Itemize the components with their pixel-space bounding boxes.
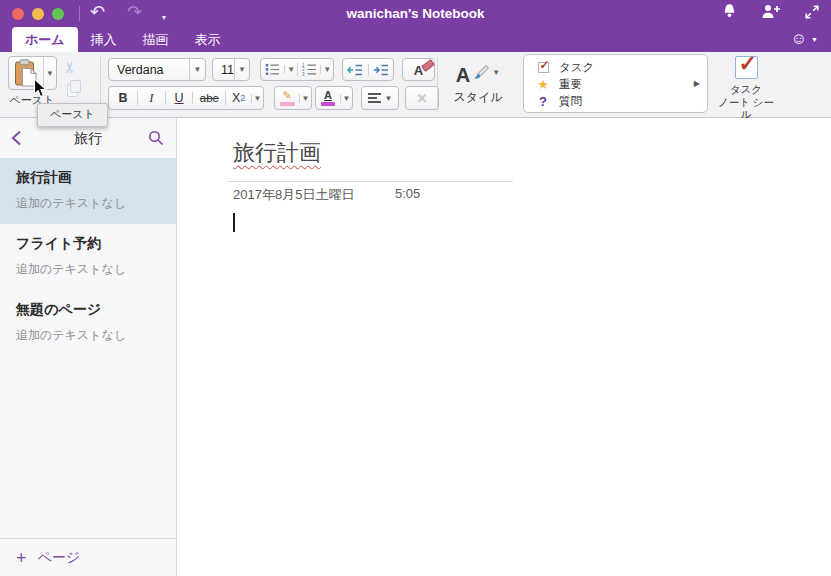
pointer-arrow-icon — [33, 78, 48, 99]
fullscreen-button[interactable] — [805, 5, 819, 23]
cut-button[interactable]: ✂ — [61, 61, 79, 74]
bullets-dropdown[interactable]: ▼ — [284, 65, 297, 74]
tag-gallery-expand-arrow[interactable]: ▶ — [694, 79, 700, 88]
font-color-letter: A — [324, 90, 332, 101]
page-item-title: 無題のページ — [16, 301, 160, 319]
share-notebook-button[interactable] — [761, 4, 781, 23]
page-date: 2017年8月5日土曜日 — [233, 186, 354, 204]
smiley-icon: ☺ — [791, 29, 807, 49]
chevron-down-icon: ▼ — [323, 65, 331, 74]
subscript-dropdown[interactable]: ▼ — [251, 94, 263, 103]
back-to-notebooks-button[interactable] — [11, 130, 22, 150]
window-title: wanichan's Notebook — [0, 0, 831, 27]
numbering-dropdown[interactable]: ▼ — [320, 65, 333, 74]
italic-button[interactable]: I — [137, 91, 165, 106]
underline-button[interactable]: U — [165, 91, 193, 105]
ribbon-home: ▼ ペースト ✂ Verdana ▼ 11 ▼ — [0, 52, 831, 118]
scissors-icon: ✂ — [61, 61, 78, 74]
strikethrough-button[interactable]: abe — [192, 92, 225, 104]
search-icon — [148, 130, 164, 146]
delete-x-icon: ✕ — [417, 91, 428, 106]
task-note-seal-button[interactable]: ✓ タスク ノート シール — [714, 56, 778, 121]
font-color-dropdown[interactable]: ▼ — [340, 94, 352, 103]
ribbon-tabs: ホーム 挿入 描画 表示 ☺ ▼ — [0, 27, 831, 52]
font-size-select[interactable]: 11 ▼ — [212, 58, 250, 81]
tag-question-label: 質問 — [559, 94, 582, 109]
task-check-icon: ✓ — [735, 56, 758, 79]
decrease-indent-button[interactable] — [343, 64, 368, 76]
font-color-button[interactable]: A — [316, 90, 340, 106]
chevron-down-icon: ▼ — [238, 65, 246, 74]
onenote-window: ↶ ↷ ▼ wanichan's Notebook — [0, 0, 831, 576]
chevron-down-icon: ▼ — [287, 65, 295, 74]
titlebar: ↶ ↷ ▼ wanichan's Notebook — [0, 0, 831, 27]
paste-tooltip: ペースト — [37, 103, 108, 127]
bell-icon — [722, 3, 737, 20]
bullets-button[interactable] — [261, 63, 284, 76]
font-size-value: 11 — [213, 63, 234, 77]
chevron-down-icon: ▼ — [811, 36, 818, 43]
page-item-subtitle: 追加のテキストなし — [16, 195, 160, 212]
plus-icon: + — [16, 549, 27, 567]
notifications-button[interactable] — [722, 3, 737, 24]
task-note-seal-line2: ノート シール — [718, 96, 774, 121]
highlight-button[interactable]: ✎ — [275, 90, 299, 106]
styles-button[interactable]: A ▼ スタイル — [444, 57, 512, 113]
tag-task-label: タスク — [559, 60, 594, 75]
brush-icon — [472, 64, 490, 82]
page-title[interactable]: 旅行計画 — [233, 138, 321, 168]
copy-button[interactable] — [67, 84, 78, 97]
tab-view[interactable]: 表示 — [182, 27, 234, 52]
tag-item-task[interactable]: ✓ タスク — [536, 59, 707, 76]
search-button[interactable] — [148, 130, 164, 150]
note-canvas[interactable]: 旅行計画 2017年8月5日土曜日 5:05 — [177, 118, 831, 576]
page-list-item[interactable]: 旅行計画 追加のテキストなし — [0, 158, 176, 224]
subscript-button[interactable]: X2 — [225, 91, 251, 105]
font-color-swatch — [321, 102, 335, 106]
page-item-title: フライト予約 — [16, 235, 160, 253]
subscript-x: X — [232, 91, 240, 105]
page-list-item[interactable]: フライト予約 追加のテキストなし — [0, 224, 176, 290]
expand-arrows-icon — [805, 5, 819, 19]
numbering-button[interactable]: 1 2 3 — [297, 63, 320, 76]
page-item-subtitle: 追加のテキストなし — [16, 261, 160, 278]
page-time: 5:05 — [395, 186, 420, 201]
highlight-color-swatch — [280, 102, 295, 106]
delete-button[interactable]: ✕ — [405, 86, 439, 110]
feedback-button[interactable]: ☺ ▼ — [791, 29, 818, 49]
increase-indent-button[interactable] — [368, 64, 393, 76]
tab-insert[interactable]: 挿入 — [78, 27, 130, 52]
indent-icon — [373, 64, 389, 76]
chevron-down-icon: ▼ — [343, 94, 351, 103]
chevron-down-icon: ▼ — [254, 94, 262, 103]
tag-important-label: 重要 — [559, 77, 582, 92]
add-page-label: ページ — [38, 549, 81, 567]
page-list-item[interactable]: 無題のページ 追加のテキストなし — [0, 290, 176, 356]
chevron-down-icon: ▼ — [194, 65, 202, 74]
page-sidebar: 旅行 旅行計画 追加のテキストなし フライト予約 追加のテキストなし 無題のペー… — [0, 118, 177, 576]
tag-item-important[interactable]: ★ 重要 — [536, 76, 707, 93]
tag-item-question[interactable]: ? 質問 — [536, 93, 707, 110]
bulleted-list-icon — [265, 63, 280, 76]
chevron-down-icon: ▼ — [302, 94, 310, 103]
tab-draw[interactable]: 描画 — [130, 27, 182, 52]
add-page-button[interactable]: + ページ — [0, 538, 176, 576]
highlight-dropdown[interactable]: ▼ — [299, 94, 311, 103]
tab-home[interactable]: ホーム — [12, 27, 78, 52]
star-icon: ★ — [536, 77, 550, 92]
task-checkbox-icon: ✓ — [538, 62, 549, 73]
title-divider — [227, 181, 513, 182]
font-name-select[interactable]: Verdana ▼ — [108, 58, 206, 81]
bold-button[interactable]: B — [109, 91, 137, 105]
svg-text:3: 3 — [302, 72, 305, 76]
clear-formatting-button[interactable]: A — [402, 58, 435, 81]
align-lines-icon — [368, 93, 381, 103]
subscript-2: 2 — [240, 93, 245, 103]
paragraph-align-button[interactable]: ▼ — [361, 86, 399, 110]
text-cursor — [233, 213, 235, 232]
mouse-cursor — [33, 78, 48, 103]
styles-label: スタイル — [453, 89, 502, 106]
chevron-left-icon — [11, 130, 22, 146]
font-name-value: Verdana — [109, 63, 189, 77]
chevron-down-icon: ▼ — [385, 94, 393, 103]
